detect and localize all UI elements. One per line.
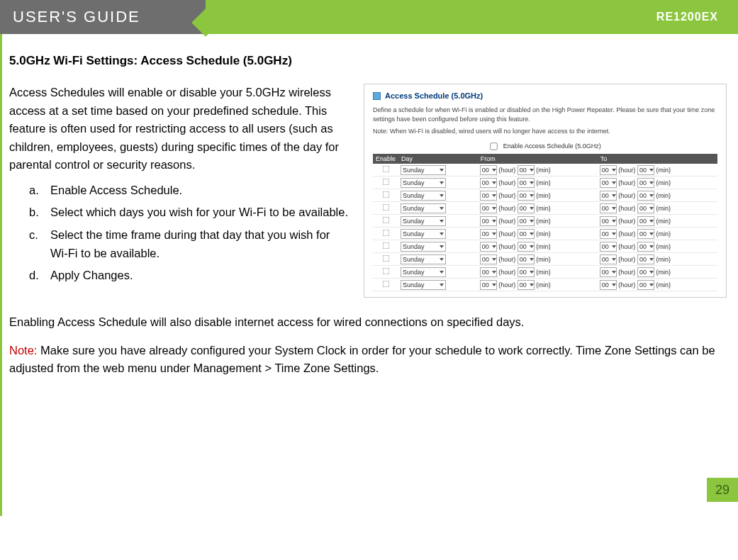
time-select[interactable]: 00 — [637, 229, 654, 239]
row-enable-checkbox[interactable] — [382, 166, 389, 173]
col-enable: Enable — [373, 154, 398, 164]
row-enable-checkbox[interactable] — [382, 255, 389, 262]
hour-unit: (hour) — [618, 281, 635, 289]
day-select[interactable]: Sunday — [401, 229, 446, 239]
left-column: Access Schedules will enable or disable … — [9, 84, 350, 298]
panel-note: Note: When Wi-Fi is disabled, wired user… — [373, 128, 717, 135]
min-unit: (min) — [656, 269, 671, 276]
time-select[interactable]: 00 — [518, 203, 535, 213]
row-enable-checkbox[interactable] — [382, 230, 389, 237]
after-paragraph: Enabling Access Schedule will also disab… — [9, 313, 727, 332]
min-unit: (min) — [656, 256, 671, 263]
time-select[interactable]: 00 — [600, 191, 617, 201]
step-c: c.Select the time frame during that day … — [29, 226, 350, 262]
col-to: To — [598, 154, 717, 164]
time-select[interactable]: 00 — [518, 216, 535, 226]
time-select[interactable]: 00 — [600, 267, 617, 277]
day-select[interactable]: Sunday — [401, 280, 446, 290]
time-select[interactable]: 00 — [637, 203, 654, 213]
time-select[interactable]: 00 — [480, 242, 497, 252]
time-select[interactable]: 00 — [600, 203, 617, 213]
time-select[interactable]: 00 — [518, 165, 535, 175]
row-enable-checkbox[interactable] — [382, 242, 389, 250]
time-select[interactable]: 00 — [480, 229, 497, 239]
hour-unit: (hour) — [618, 218, 635, 225]
step-text: Enable Access Schedule. — [50, 184, 182, 196]
enable-row: Enable Access Schedule (5.0GHz) — [373, 142, 717, 151]
page-body: 5.0GHz Wi-Fi Settings: Access Schedule (… — [0, 34, 738, 516]
time-select[interactable]: 00 — [637, 267, 654, 277]
time-select[interactable]: 00 — [480, 178, 497, 188]
day-select[interactable]: Sunday — [401, 203, 446, 213]
time-select[interactable]: 00 — [600, 216, 617, 226]
schedule-table: Enable Day From To Sunday00 (hour) 00 (m… — [373, 154, 717, 291]
table-row: Sunday00 (hour) 00 (min)00 (hour) 00 (mi… — [373, 189, 717, 202]
note-body: Make sure you have already configured yo… — [9, 344, 715, 375]
row-enable-checkbox[interactable] — [382, 179, 389, 186]
min-unit: (min) — [656, 230, 671, 237]
section-title: 5.0GHz Wi-Fi Settings: Access Schedule (… — [9, 54, 727, 68]
time-select[interactable]: 00 — [600, 254, 617, 264]
hour-unit: (hour) — [498, 218, 515, 225]
time-select[interactable]: 00 — [637, 178, 654, 188]
time-select[interactable]: 00 — [480, 165, 497, 175]
schedule-panel: Access Schedule (5.0GHz) Define a schedu… — [364, 84, 727, 298]
day-select[interactable]: Sunday — [401, 216, 446, 226]
row-enable-checkbox[interactable] — [382, 204, 389, 211]
time-select[interactable]: 00 — [637, 165, 654, 175]
min-unit: (min) — [656, 243, 671, 250]
time-select[interactable]: 00 — [480, 267, 497, 277]
day-select[interactable]: Sunday — [401, 254, 446, 264]
hour-unit: (hour) — [498, 205, 515, 212]
time-select[interactable]: 00 — [518, 254, 535, 264]
hour-unit: (hour) — [498, 179, 515, 186]
time-select[interactable]: 00 — [637, 191, 654, 201]
page-number: 29 — [707, 478, 738, 502]
hour-unit: (hour) — [618, 230, 635, 237]
min-unit: (min) — [536, 256, 551, 263]
panel-title: Access Schedule (5.0GHz) — [385, 91, 483, 100]
time-select[interactable]: 00 — [480, 216, 497, 226]
row-enable-checkbox[interactable] — [382, 281, 389, 288]
time-select[interactable]: 00 — [480, 203, 497, 213]
min-unit: (min) — [536, 167, 551, 174]
row-enable-checkbox[interactable] — [382, 191, 389, 198]
time-select[interactable]: 00 — [637, 216, 654, 226]
time-select[interactable]: 00 — [637, 280, 654, 290]
day-select[interactable]: Sunday — [401, 191, 446, 201]
hour-unit: (hour) — [498, 192, 515, 199]
time-select[interactable]: 00 — [518, 178, 535, 188]
min-unit: (min) — [536, 192, 551, 199]
time-select[interactable]: 00 — [600, 242, 617, 252]
header-green: RE1200EX — [206, 0, 738, 34]
time-select[interactable]: 00 — [518, 242, 535, 252]
time-select[interactable]: 00 — [600, 280, 617, 290]
enable-schedule-checkbox[interactable] — [491, 142, 498, 150]
table-row: Sunday00 (hour) 00 (min)00 (hour) 00 (mi… — [373, 177, 717, 189]
time-select[interactable]: 00 — [600, 178, 617, 188]
table-row: Sunday00 (hour) 00 (min)00 (hour) 00 (mi… — [373, 215, 717, 228]
min-unit: (min) — [656, 281, 671, 289]
header-bar: USER'S GUIDE RE1200EX — [0, 0, 738, 34]
time-select[interactable]: 00 — [518, 229, 535, 239]
time-select[interactable]: 00 — [600, 229, 617, 239]
min-unit: (min) — [656, 167, 671, 174]
row-enable-checkbox[interactable] — [382, 217, 389, 224]
day-select[interactable]: Sunday — [401, 267, 446, 277]
time-select[interactable]: 00 — [480, 280, 497, 290]
table-row: Sunday00 (hour) 00 (min)00 (hour) 00 (mi… — [373, 240, 717, 253]
day-select[interactable]: Sunday — [401, 165, 446, 175]
time-select[interactable]: 00 — [518, 267, 535, 277]
time-select[interactable]: 00 — [637, 242, 654, 252]
time-select[interactable]: 00 — [480, 254, 497, 264]
row-enable-checkbox[interactable] — [382, 268, 389, 275]
day-select[interactable]: Sunday — [401, 178, 446, 188]
steps-list: a.Enable Access Schedule. b.Select which… — [9, 181, 350, 285]
time-select[interactable]: 00 — [600, 165, 617, 175]
day-select[interactable]: Sunday — [401, 242, 446, 252]
min-unit: (min) — [656, 179, 671, 186]
time-select[interactable]: 00 — [518, 280, 535, 290]
time-select[interactable]: 00 — [480, 191, 497, 201]
time-select[interactable]: 00 — [518, 191, 535, 201]
time-select[interactable]: 00 — [637, 254, 654, 264]
